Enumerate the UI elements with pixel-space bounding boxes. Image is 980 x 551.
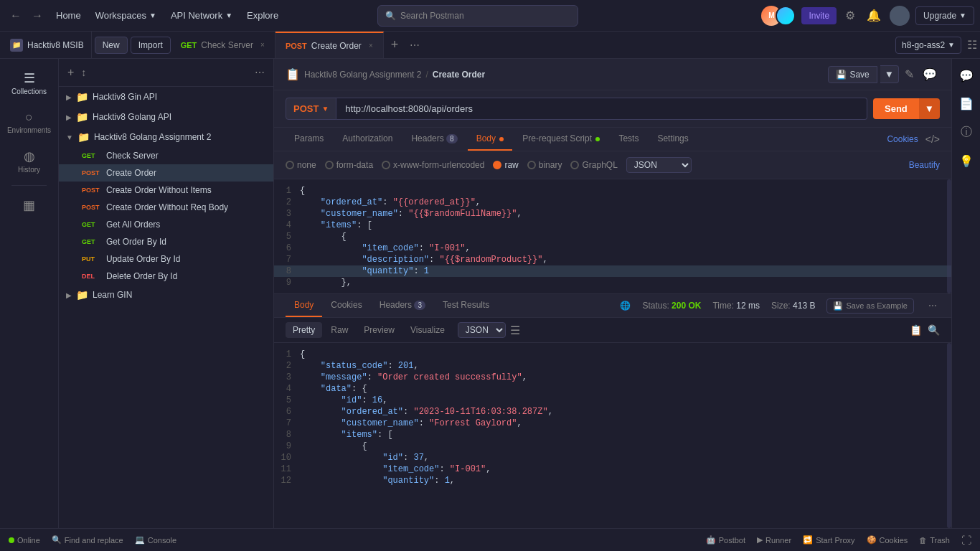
forward-button[interactable]: →: [27, 6, 47, 25]
option-binary[interactable]: binary: [527, 160, 562, 170]
runner-button[interactable]: ▶ Runner: [757, 535, 791, 545]
tab-more-icon[interactable]: ⋯: [405, 39, 424, 51]
code-view-icon[interactable]: </>: [925, 133, 940, 145]
tab-post-create-order[interactable]: POST Create Order ×: [275, 32, 384, 58]
list-item-get-order-by-id[interactable]: GET Get Order By Id: [59, 233, 273, 250]
sidebar-item-new[interactable]: ▦: [4, 192, 55, 219]
nav-home[interactable]: Home: [50, 7, 87, 24]
resp-tab-cookies[interactable]: Cookies: [322, 294, 370, 317]
tab-get-check-server[interactable]: GET Check Server ×: [171, 32, 275, 58]
tab-body[interactable]: Body: [468, 128, 513, 151]
resp-tab-test-results[interactable]: Test Results: [434, 294, 498, 317]
send-dropdown-button[interactable]: ▼: [919, 98, 940, 119]
json-format-select[interactable]: JSON Text JavaScript HTML XML: [626, 157, 692, 173]
option-urlencoded[interactable]: x-www-form-urlencoded: [382, 160, 484, 170]
format-visualize[interactable]: Visualize: [403, 322, 452, 338]
sidebar-item-history[interactable]: ◍ History: [4, 143, 55, 179]
resp-more-icon[interactable]: ⋯: [925, 301, 940, 311]
invite-button[interactable]: Invite: [801, 7, 837, 24]
resp-search-icon[interactable]: 🔍: [928, 324, 940, 336]
start-proxy-button[interactable]: 🔁 Start Proxy: [803, 535, 854, 545]
list-item-update-order-by-id[interactable]: PUT Update Order By Id: [59, 250, 273, 268]
collections-more-icon[interactable]: ⋯: [253, 65, 266, 80]
list-item-get-all-orders[interactable]: GET Get All Orders: [59, 216, 273, 233]
import-button[interactable]: Import: [131, 37, 171, 54]
option-graphql[interactable]: GraphQL: [570, 160, 617, 170]
nav-workspaces[interactable]: Workspaces ▼: [90, 7, 162, 24]
tab-settings[interactable]: Settings: [649, 128, 697, 151]
save-button[interactable]: 💾 Save: [828, 66, 877, 83]
collection-hacktiv8-gin-api[interactable]: ▶ 📁 Hacktiv8 Gin API: [59, 87, 273, 107]
tab-pre-request[interactable]: Pre-request Script: [514, 128, 608, 151]
option-raw[interactable]: raw: [493, 160, 518, 170]
new-button[interactable]: New: [95, 37, 128, 54]
workspace-selector-chevron-icon: ▼: [948, 41, 955, 49]
tab-close-active-icon[interactable]: ×: [369, 42, 373, 50]
trash-button[interactable]: 🗑 Trash: [919, 536, 950, 545]
list-item-create-order[interactable]: POST Create Order: [59, 164, 273, 182]
right-sidebar-docs-icon[interactable]: 📄: [955, 93, 978, 115]
format-raw[interactable]: Raw: [324, 322, 355, 338]
collection-golang-assignment-2[interactable]: ▼ 📁 Hacktiv8 Golang Assignment 2: [59, 127, 273, 147]
send-button[interactable]: Send: [873, 98, 919, 119]
nav-explore[interactable]: Explore: [241, 7, 284, 24]
proxy-icon: 🔁: [803, 535, 813, 545]
collection-hacktiv8-golang-api[interactable]: ▶ 📁 Hacktiv8 Golang API: [59, 107, 273, 127]
find-replace-button[interactable]: 🔍 Find and replace: [52, 535, 123, 545]
notifications-icon[interactable]: 🔔: [864, 6, 884, 25]
tab-add-icon[interactable]: +: [384, 37, 406, 52]
postbot-button[interactable]: 🤖 Postbot: [706, 535, 745, 545]
sidebar-item-environments[interactable]: ○ Environments: [4, 104, 55, 140]
resp-filter-icon[interactable]: ☰: [510, 324, 520, 337]
collection-learn-gin[interactable]: ▶ 📁 Learn GIN: [59, 285, 273, 305]
option-form-data[interactable]: form-data: [325, 160, 373, 170]
right-sidebar-comments-icon[interactable]: 💬: [955, 65, 978, 87]
edit-icon[interactable]: ✎: [902, 65, 917, 84]
right-sidebar-bulb-icon[interactable]: 💡: [955, 150, 978, 172]
request-panel: 📋 Hacktiv8 Golang Assignment 2 / Create …: [274, 59, 951, 528]
back-button[interactable]: ←: [6, 6, 26, 25]
upgrade-button[interactable]: Upgrade ▼: [915, 6, 974, 25]
comment-icon[interactable]: 💬: [920, 65, 940, 84]
resp-copy-icon[interactable]: 📋: [910, 324, 922, 336]
search-bar[interactable]: 🔍 Search Postman: [377, 5, 578, 27]
layout-icon[interactable]: ☷: [967, 38, 977, 52]
online-status[interactable]: Online: [9, 536, 40, 545]
cookies-bottom-button[interactable]: 🍪 Cookies: [867, 535, 908, 545]
tab-params[interactable]: Params: [286, 128, 332, 151]
method-select[interactable]: POST ▼: [286, 98, 336, 120]
format-preview[interactable]: Preview: [357, 322, 402, 338]
line-num-9: 9: [274, 278, 300, 288]
sort-icon[interactable]: ↕: [80, 65, 88, 80]
list-item-delete-order-by-id[interactable]: DEL Delete Order By Id: [59, 268, 273, 285]
resp-tab-headers[interactable]: Headers 3: [371, 294, 434, 317]
resp-json-select[interactable]: JSON: [458, 322, 506, 338]
format-pretty[interactable]: Pretty: [286, 322, 322, 338]
tab-check-server-label: Check Server: [201, 40, 253, 50]
add-collection-button[interactable]: +: [66, 65, 75, 80]
beautify-button[interactable]: Beautify: [909, 160, 940, 170]
nav-api-network[interactable]: API Network ▼: [165, 7, 238, 24]
workspace-selector[interactable]: h8-go-ass2 ▼: [895, 37, 961, 54]
resp-scrollbar: [947, 343, 951, 528]
expand-bottom-icon[interactable]: ⛶: [961, 534, 971, 546]
tab-authorization[interactable]: Authorization: [334, 128, 401, 151]
right-sidebar-info-icon[interactable]: ⓘ: [956, 121, 976, 144]
resp-tab-body[interactable]: Body: [286, 294, 322, 317]
list-item-check-server[interactable]: GET Check Server: [59, 147, 273, 164]
tab-close-icon[interactable]: ×: [260, 41, 265, 49]
list-item-create-order-without-req-body[interactable]: POST Create Order Without Req Body: [59, 199, 273, 216]
request-body-editor[interactable]: 1 { 2 "ordered_at": "{{ordered_at}}", 3 …: [274, 179, 951, 294]
list-item-create-order-without-items[interactable]: POST Create Order Without Items: [59, 182, 273, 199]
save-dropdown-button[interactable]: ▼: [880, 65, 899, 83]
url-input[interactable]: [336, 98, 867, 120]
console-button[interactable]: 💻 Console: [135, 535, 176, 545]
tab-headers[interactable]: Headers 8: [402, 128, 466, 151]
settings-icon[interactable]: ⚙: [842, 6, 858, 25]
user-avatar[interactable]: [890, 6, 910, 26]
cookies-link[interactable]: Cookies: [887, 134, 918, 144]
sidebar-item-collections[interactable]: ☰ Collections: [4, 65, 55, 101]
option-none[interactable]: none: [286, 160, 316, 170]
tab-tests[interactable]: Tests: [610, 128, 647, 151]
save-example-button[interactable]: 💾 Save as Example: [826, 298, 914, 314]
